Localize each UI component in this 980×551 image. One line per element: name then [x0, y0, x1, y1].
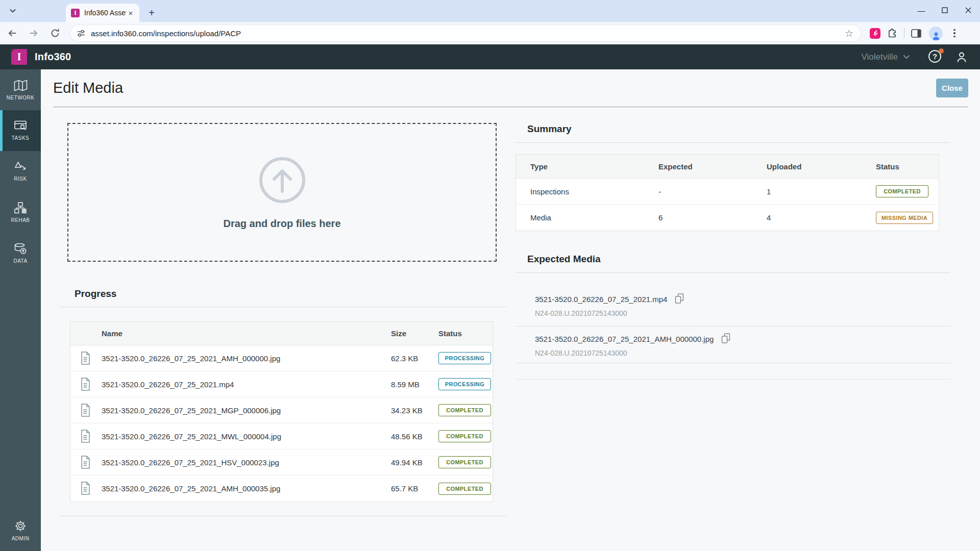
status-badge: COMPLETED: [438, 404, 491, 416]
summary-uploaded: 1: [767, 187, 876, 196]
right-bottom-divider: [516, 379, 950, 380]
extensions-puzzle-icon[interactable]: [885, 26, 900, 41]
file-icon: [80, 378, 102, 391]
close-button[interactable]: Close: [936, 79, 968, 97]
copy-icon[interactable]: [674, 293, 684, 305]
progress-table: Name Size Status 3521-3520.0_26226_07_25…: [70, 321, 493, 502]
dropzone-label: Drag and drop files here: [223, 218, 340, 230]
status-badge: COMPLETED: [438, 483, 491, 495]
notification-dot: [939, 48, 944, 54]
file-size: 62.3 KB: [391, 354, 438, 363]
browser-profile-avatar[interactable]: [929, 27, 943, 40]
status-badge: PROCESSING: [438, 378, 491, 390]
expected-media-title: Expected Media: [527, 254, 950, 265]
sidebar-item-admin[interactable]: ADMIN: [0, 510, 41, 551]
column-status: Status: [438, 329, 493, 338]
browser-tab[interactable]: I Info360 Asset ×: [66, 4, 139, 22]
workspace-selector[interactable]: Violetville: [861, 52, 910, 62]
person-icon: [955, 51, 968, 63]
gear-icon: [14, 520, 27, 532]
file-icon: [80, 482, 102, 495]
progress-divider: [59, 307, 506, 307]
pinned-extension-icon[interactable]: [870, 28, 880, 39]
browser-menu-icon[interactable]: [947, 26, 962, 41]
window-close-button[interactable]: [957, 0, 980, 20]
risk-icon: [14, 161, 27, 172]
window-minimize-button[interactable]: —: [910, 0, 933, 20]
expected-media-item: 3521-3520.0_26226_07_25_2021.mp4 N24-028…: [516, 273, 950, 327]
column-size: Size: [391, 329, 438, 338]
browser-tab-strip: I Info360 Asset × + —: [0, 0, 980, 22]
column-uploaded: Uploaded: [767, 162, 876, 171]
file-size: 48.56 KB: [391, 432, 438, 441]
back-icon[interactable]: [4, 25, 20, 41]
rehab-icon: [14, 202, 27, 214]
toolbar-divider: [904, 28, 904, 38]
table-row: 3521-3520.0_26226_07_25_2021_AMH_000000.…: [70, 345, 493, 371]
new-tab-button[interactable]: +: [145, 6, 158, 19]
main-content: Edit Media Close Drag and drop files her…: [41, 69, 980, 551]
address-bar[interactable]: asset.info360.com/inspections/upload/PAC…: [70, 25, 861, 41]
user-account-button[interactable]: [955, 51, 968, 63]
tab-close-icon[interactable]: ×: [126, 8, 135, 17]
status-badge: COMPLETED: [438, 430, 491, 442]
column-status: Status: [876, 162, 939, 171]
summary-uploaded: 4: [767, 213, 876, 222]
tasks-icon: [14, 120, 27, 132]
file-name: 3521-3520.0_26226_07_25_2021.mp4: [102, 380, 391, 389]
expected-media-header: Expected Media: [527, 254, 950, 265]
url-text[interactable]: asset.info360.com/inspections/upload/PAC…: [91, 29, 845, 38]
help-button[interactable]: ?: [928, 50, 942, 64]
sidebar-item-rehab[interactable]: REHAB: [0, 192, 41, 233]
summary-divider: [516, 142, 950, 143]
bookmark-star-icon[interactable]: ☆: [845, 28, 853, 39]
status-badge: PROCESSING: [438, 352, 491, 364]
summary-table: Type Expected Uploaded Status Inspection…: [516, 154, 939, 231]
file-name: 3521-3520.0_26226_07_25_2021_MWL_000004.…: [102, 432, 391, 441]
expected-media-filename: 3521-3520.0_26226_07_25_2021_AMH_000000.…: [535, 335, 714, 343]
file-size: 65.7 KB: [391, 484, 438, 493]
map-icon: [14, 80, 28, 91]
data-icon: [14, 243, 27, 255]
file-size: 34.23 KB: [391, 406, 438, 415]
expected-media-item: 3521-3520.0_26226_07_25_2021_AMH_000000.…: [516, 327, 950, 363]
file-icon: [80, 352, 102, 365]
tab-title: Info360 Asset: [84, 9, 126, 17]
forward-icon[interactable]: [26, 25, 42, 41]
sidebar-item-data[interactable]: DATA: [0, 233, 41, 273]
table-row: 3521-3520.0_26226_07_25_2021_MGP_000006.…: [70, 397, 493, 423]
file-icon: [80, 404, 102, 417]
status-badge: COMPLETED: [438, 456, 491, 468]
tab-search-chevron-icon[interactable]: [6, 4, 19, 17]
file-size: 49.94 KB: [391, 458, 438, 467]
column-type: Type: [530, 162, 658, 171]
column-expected: Expected: [658, 162, 767, 171]
summary-type: Media: [530, 213, 658, 222]
table-row: 3521-3520.0_26226_07_25_2021_HSV_000023.…: [70, 449, 493, 475]
status-badge: COMPLETED: [876, 185, 928, 197]
column-name: Name: [102, 329, 391, 338]
file-size: 8.59 MB: [391, 380, 438, 389]
info360-logo[interactable]: I: [11, 49, 27, 65]
site-info-icon[interactable]: [77, 29, 86, 38]
table-row: 3521-3520.0_26226_07_25_2021.mp4 8.59 MB…: [70, 371, 493, 397]
status-badge: MISSING MEDIA: [876, 212, 933, 224]
upload-icon: [258, 156, 307, 205]
summary-title: Summary: [527, 123, 950, 135]
reload-icon[interactable]: [47, 25, 63, 41]
window-maximize-button[interactable]: [933, 0, 957, 20]
sidebar-label-rehab: REHAB: [11, 217, 30, 223]
sidebar-item-risk[interactable]: RISK: [0, 151, 41, 192]
expected-media-filename: 3521-3520.0_26226_07_25_2021.mp4: [535, 295, 667, 304]
file-name: 3521-3520.0_26226_07_25_2021_AMH_000000.…: [102, 354, 391, 363]
sidebar-item-tasks[interactable]: TASKS: [0, 110, 41, 151]
table-row: Inspections - 1 COMPLETED: [516, 179, 939, 205]
side-panel-icon[interactable]: [909, 26, 924, 41]
copy-icon[interactable]: [721, 333, 731, 344]
expected-media-id: N24-028.U.20210725143000: [535, 309, 950, 317]
left-bottom-divider: [59, 516, 506, 516]
sidebar-item-network[interactable]: NETWORK: [0, 69, 41, 110]
file-name: 3521-3520.0_26226_07_25_2021_HSV_000023.…: [102, 458, 391, 467]
file-dropzone[interactable]: Drag and drop files here: [67, 123, 497, 262]
browser-toolbar: asset.info360.com/inspections/upload/PAC…: [0, 22, 980, 44]
